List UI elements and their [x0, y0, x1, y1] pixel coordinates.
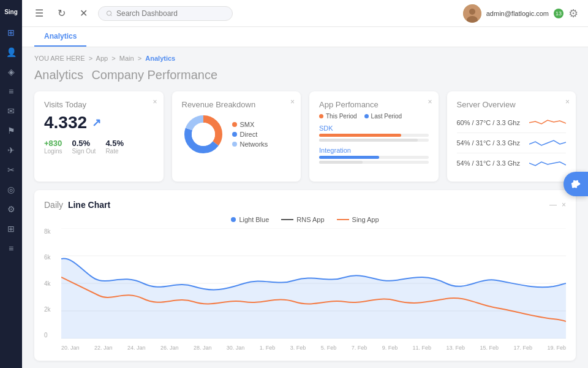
revenue-card-close[interactable]: × — [290, 98, 295, 106]
perf-integration-last-bg — [319, 161, 429, 164]
x-label-6: 1. Feb — [260, 345, 276, 351]
server-card-title: Server Overview — [457, 100, 567, 109]
legend-direct-dot — [232, 132, 237, 137]
content-area: YOU ARE HERE > App > Main > Analytics An… — [22, 47, 588, 368]
chart-actions: — × — [549, 201, 566, 209]
fab-gear-icon — [570, 178, 582, 190]
menu-icon[interactable]: ☰ — [32, 7, 47, 19]
page-title-main: Analytics — [34, 68, 83, 82]
legend-networks-label: Networks — [240, 140, 268, 148]
perf-sdk-last-bar — [319, 139, 418, 142]
nav-tabs: Analytics — [22, 27, 588, 47]
search-bar[interactable] — [98, 6, 233, 21]
chart-legend-rns-line — [281, 219, 293, 220]
perf-sdk-label: SDK — [319, 125, 429, 132]
stat-logins-label: Logins — [44, 148, 62, 155]
perf-legend-last-label: Last Period — [371, 113, 402, 120]
perf-sdk-row: SDK — [319, 125, 429, 142]
chart-legend-lightblue-dot — [231, 217, 236, 222]
stat-rate-value: 4.5% — [105, 139, 124, 148]
perf-integration-label: Integration — [319, 147, 429, 154]
sidebar-item-list[interactable]: ≡ — [2, 83, 20, 100]
app-perf-card-close[interactable]: × — [428, 98, 432, 106]
visits-card-close[interactable]: × — [153, 98, 157, 106]
visits-arrow-icon: ↗ — [92, 116, 101, 129]
visits-card: × Visits Today 4.332 ↗ +830 Logins 0.5% … — [34, 91, 164, 182]
x-label-9: 7. Feb — [352, 345, 368, 351]
breadcrumb-app: App — [96, 55, 108, 62]
fab-button[interactable] — [564, 172, 588, 196]
stat-rate-label: Rate — [105, 148, 124, 155]
legend-smx-dot — [232, 122, 237, 127]
x-label-7: 3. Feb — [290, 345, 306, 351]
user-email: admin@flatlogic.com — [486, 10, 549, 17]
chart-minimize-btn[interactable]: — — [549, 201, 557, 209]
chart-header: Daily Line Chart — × — [44, 200, 566, 210]
perf-integration-last-bar — [319, 161, 363, 164]
settings-icon[interactable]: ⚙ — [568, 7, 578, 20]
perf-legend-this-label: This Period — [326, 113, 357, 120]
perf-legend-this: This Period — [319, 113, 357, 120]
sidebar-item-tools[interactable]: ✂ — [2, 161, 20, 178]
search-input[interactable] — [116, 9, 225, 18]
svg-point-0 — [107, 10, 111, 15]
legend-smx: SMX — [232, 121, 268, 128]
chart-close-btn[interactable]: × — [562, 201, 566, 209]
sidebar-item-user[interactable]: 👤 — [2, 44, 20, 61]
sidebar-item-settings[interactable]: ⚙ — [2, 201, 20, 218]
sidebar-item-diamond[interactable]: ◈ — [2, 63, 20, 80]
stat-logins-value: +830 — [44, 139, 62, 148]
sidebar-item-dashboard[interactable]: ⊞ — [2, 24, 20, 41]
server-card-close[interactable]: × — [565, 98, 570, 106]
breadcrumb-main: Main — [119, 55, 134, 62]
svg-point-8 — [192, 123, 215, 146]
sidebar-item-flag[interactable]: ⚑ — [2, 122, 20, 139]
tab-analytics[interactable]: Analytics — [34, 27, 86, 47]
x-label-15: 19. Feb — [547, 345, 566, 351]
breadcrumb: YOU ARE HERE > App > Main > Analytics — [34, 55, 576, 62]
chart-legend-rns: RNS App — [281, 216, 324, 223]
sidebar-item-grid[interactable]: ⊞ — [2, 220, 20, 237]
breadcrumb-prefix: YOU ARE HERE — [34, 55, 85, 62]
app-performance-card: × App Perfomance This Period Last Period… — [309, 91, 439, 182]
chart-area: 8k 6k 4k 2k 0 — [44, 228, 566, 351]
server-info-2: 54% / 31°C / 3.3 Ghz — [457, 159, 520, 167]
x-label-4: 28. Jan — [194, 345, 212, 351]
avatar — [463, 4, 481, 23]
server-card: × Server Overview 60% / 37°C / 3.3 Ghz 5… — [447, 91, 576, 182]
chart-y-labels: 8k 6k 4k 2k 0 — [44, 228, 59, 339]
topbar: ☰ ↻ ✕ admin@flatlogic.com 13 ⚙ — [22, 0, 588, 27]
server-row-1: 54% / 31°C / 3.3 Ghz — [457, 133, 567, 153]
sidebar-item-send[interactable]: ✈ — [2, 142, 20, 159]
chart-svg-container — [61, 228, 566, 339]
refresh-icon[interactable]: ↻ — [54, 7, 69, 19]
revenue-card-title: Revenue Breakdown — [182, 100, 292, 109]
stat-logins: +830 Logins — [44, 139, 62, 155]
main-content: ☰ ↻ ✕ admin@flatlogic.com 13 ⚙ Analytics… — [22, 0, 588, 368]
notification-badge[interactable]: 13 — [554, 9, 564, 18]
chart-legend: Light Blue RNS App Sing App — [44, 216, 566, 223]
chart-x-labels: 20. Jan 22. Jan 24. Jan 26. Jan 28. Jan … — [61, 345, 566, 351]
sidebar-item-menu[interactable]: ≡ — [2, 240, 20, 257]
server-sparkline-0 — [529, 117, 566, 129]
x-label-13: 15. Feb — [480, 345, 499, 351]
visits-card-title: Visits Today — [44, 100, 154, 109]
stat-signout: 0.5% Sign Out — [72, 139, 96, 155]
chart-legend-lightblue: Light Blue — [231, 216, 269, 223]
x-label-12: 13. Feb — [447, 345, 466, 351]
legend-smx-label: SMX — [240, 121, 255, 128]
cards-row: × Visits Today 4.332 ↗ +830 Logins 0.5% … — [34, 91, 576, 182]
close-icon[interactable]: ✕ — [76, 7, 91, 19]
sidebar-item-circle[interactable]: ◎ — [2, 181, 20, 198]
perf-integration-row: Integration — [319, 147, 429, 164]
legend-networks: Networks — [232, 140, 268, 148]
svg-point-3 — [469, 9, 475, 15]
perf-sdk-last-bg — [319, 139, 429, 142]
revenue-legend: SMX Direct Networks — [232, 121, 268, 148]
line-chart-card: Daily Line Chart — × Light Blue RNS App — [34, 190, 576, 361]
perf-header: This Period Last Period — [319, 113, 429, 120]
revenue-chart-area: SMX Direct Networks — [182, 113, 292, 156]
donut-chart — [182, 113, 225, 156]
server-row-2: 54% / 31°C / 3.3 Ghz — [457, 153, 567, 173]
sidebar-item-mail[interactable]: ✉ — [2, 102, 20, 120]
